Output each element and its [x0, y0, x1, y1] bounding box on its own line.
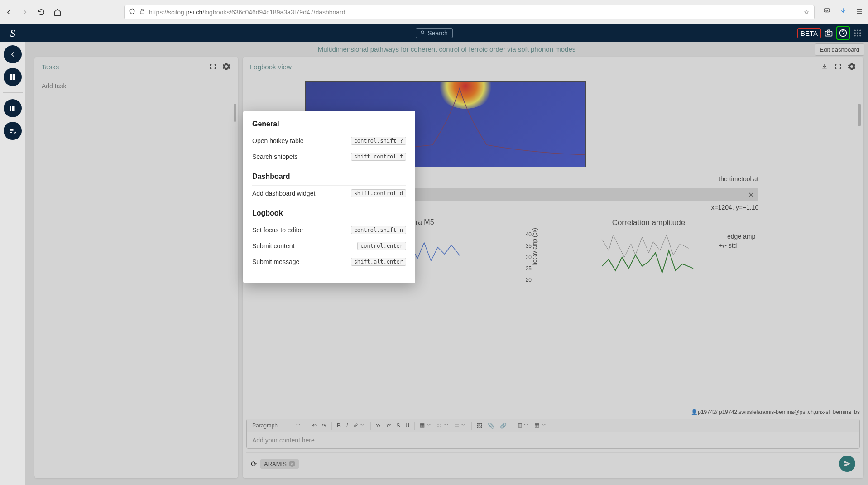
side-rail — [0, 42, 25, 485]
beta-badge: BETA — [797, 28, 821, 38]
hotkey-row: Search snippetsshift.control.f — [252, 149, 406, 164]
rail-dashboard-button[interactable] — [4, 68, 22, 86]
bullet-list-icon[interactable]: ☰ ﹀ — [452, 421, 469, 430]
svg-rect-17 — [10, 77, 12, 80]
subscript-icon[interactable]: x₂ — [374, 422, 383, 430]
image-icon[interactable]: 🖼 — [475, 422, 484, 430]
download-icon[interactable] — [839, 7, 847, 17]
help-icon[interactable] — [836, 26, 850, 40]
svg-point-10 — [857, 32, 858, 34]
hotkey-row: Set focus to editorcontrol.shift.n — [252, 222, 406, 238]
table-icon[interactable]: ▦ ﹀ — [417, 421, 434, 430]
chart-legend: — edge amp +/- std — [719, 232, 755, 250]
download-icon[interactable] — [820, 62, 829, 71]
forward-icon[interactable] — [21, 8, 29, 16]
url-bar[interactable]: https://scilog.psi.ch/logbooks/636c046d9… — [124, 5, 815, 19]
tasks-scrollbar[interactable] — [234, 104, 236, 122]
camera-icon[interactable] — [823, 27, 834, 39]
svg-rect-0 — [140, 11, 144, 14]
pocket-icon[interactable] — [823, 7, 831, 17]
editor-textarea[interactable]: Add your content here. — [247, 432, 859, 448]
strike-icon[interactable]: S — [394, 422, 402, 430]
logbook-scrollbar[interactable] — [858, 104, 861, 126]
rail-book-button[interactable] — [4, 99, 22, 117]
back-icon[interactable] — [5, 8, 13, 16]
tasks-panel-title: Tasks — [42, 63, 204, 71]
link-icon[interactable]: 🔗 — [498, 422, 509, 430]
hotkey-dialog: General Open hotkey tablecontrol.shift.?… — [243, 111, 415, 283]
svg-rect-16 — [13, 74, 15, 77]
hotkey-row: Submit messageshift.alt.enter — [252, 254, 406, 269]
numbered-list-icon[interactable]: ☷ ﹀ — [435, 421, 451, 430]
tag-chip[interactable]: ARAMIS ✕ — [260, 459, 299, 469]
home-icon[interactable] — [53, 8, 62, 16]
gear-icon[interactable] — [222, 62, 231, 71]
svg-point-6 — [854, 30, 856, 31]
url-text: https://scilog.psi.ch/logbooks/636c046d9… — [149, 9, 800, 16]
search-label: Search — [427, 29, 447, 37]
paragraph-dropdown[interactable]: Paragraph﹀ — [249, 421, 304, 430]
search-button[interactable]: Search — [416, 28, 453, 38]
page-title-bar: Multidimensional pathways for coherent c… — [25, 42, 868, 57]
fullscreen-icon[interactable] — [834, 62, 843, 71]
undo-icon[interactable]: ↶ — [310, 422, 319, 430]
grid-icon[interactable]: ▦ ﹀ — [532, 421, 548, 430]
svg-rect-15 — [10, 74, 12, 77]
chart-correlation: Correlation amplitude hot av amp (px) 40… — [539, 218, 759, 284]
remove-tag-icon[interactable]: ✕ — [289, 461, 295, 467]
y-axis-ticks: 4035302520 — [526, 230, 532, 284]
superscript-icon[interactable]: x² — [384, 422, 393, 430]
tasks-panel: Tasks — [34, 57, 238, 478]
rail-back-button[interactable] — [4, 45, 22, 63]
page-title: Multidimensional pathways for coherent c… — [318, 45, 575, 53]
italic-icon[interactable]: I — [344, 422, 350, 430]
hotkey-row: Open hotkey tablecontrol.shift.? — [252, 133, 406, 149]
gear-icon[interactable] — [847, 62, 856, 71]
underline-icon[interactable]: U — [403, 422, 412, 430]
rail-checklist-button[interactable] — [4, 122, 22, 140]
lock-icon — [139, 8, 145, 16]
hotkey-row: Submit contentcontrol.enter — [252, 238, 406, 254]
bold-icon[interactable]: B — [335, 422, 343, 430]
redo-icon[interactable]: ↷ — [320, 422, 329, 430]
editor-toolbar: Paragraph﹀ ↶ ↷ B I 🖊 ﹀ x₂ x² S U — [247, 419, 859, 432]
hotkey-section-general: General — [252, 120, 406, 128]
highlight-icon[interactable]: 🖊 ﹀ — [351, 421, 368, 430]
edit-dashboard-button[interactable]: Edit dashboard — [815, 43, 864, 56]
editor: Paragraph﹀ ↶ ↷ B I 🖊 ﹀ x₂ x² S U — [246, 419, 860, 449]
add-task-input[interactable] — [42, 81, 103, 91]
refresh-tags-icon[interactable]: ⟳ — [251, 460, 257, 468]
search-icon — [420, 29, 426, 37]
menu-icon[interactable] — [855, 7, 863, 17]
apps-icon[interactable] — [852, 27, 863, 39]
svg-point-2 — [421, 31, 424, 34]
shield-icon — [129, 8, 135, 16]
fullscreen-icon[interactable] — [208, 62, 217, 71]
hotkey-section-dashboard: Dashboard — [252, 173, 406, 181]
svg-point-4 — [827, 32, 830, 35]
logbook-panel-title: Logbook view — [250, 63, 815, 71]
entry-meta: 👤p19742/ p19742,swissfelaramis-bernina@p… — [243, 407, 863, 417]
bookmark-star-icon[interactable]: ☆ — [804, 9, 810, 16]
svg-point-12 — [854, 35, 856, 36]
attach-icon[interactable]: 📎 — [485, 422, 497, 430]
hotkey-section-logbook: Logbook — [252, 209, 406, 217]
svg-rect-19 — [11, 106, 12, 111]
browser-toolbar: https://scilog.psi.ch/logbooks/636c046d9… — [0, 0, 868, 24]
reload-icon[interactable] — [37, 8, 45, 16]
svg-point-8 — [859, 30, 861, 31]
close-icon[interactable]: ✕ — [748, 191, 754, 199]
svg-point-7 — [857, 30, 858, 31]
send-button[interactable] — [839, 456, 855, 472]
app-logo[interactable]: S — [10, 27, 15, 39]
svg-point-14 — [859, 35, 861, 36]
svg-point-11 — [859, 32, 861, 34]
svg-point-13 — [857, 35, 858, 36]
svg-rect-18 — [13, 77, 15, 80]
hotkey-row: Add dashboard widgetshift.control.d — [252, 185, 406, 201]
app-header: S Search BETA — [0, 24, 868, 42]
layout-icon[interactable]: ▥ ﹀ — [515, 421, 531, 430]
svg-point-9 — [854, 32, 856, 34]
